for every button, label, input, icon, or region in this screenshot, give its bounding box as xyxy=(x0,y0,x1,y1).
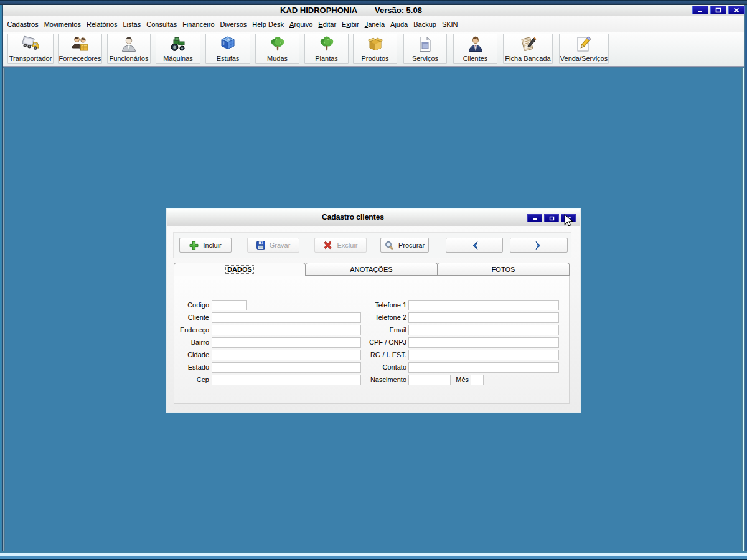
mdi-area-right-bevel xyxy=(741,68,744,551)
toolbar-button-label: Estufas xyxy=(217,54,240,63)
window-frame-top xyxy=(0,0,747,5)
toolbar-button-mudas[interactable]: Mudas xyxy=(255,34,299,64)
telefone-1-label: Telefone 1 xyxy=(332,300,406,310)
mdi-area-left-bevel xyxy=(3,68,5,551)
toolbar-button-m-quinas[interactable]: Máquinas xyxy=(156,34,200,64)
cliente-label: Cliente xyxy=(134,312,209,323)
menu-item-help-desk[interactable]: Help Desk xyxy=(250,17,287,32)
cpf-cnpj-input[interactable] xyxy=(408,337,559,348)
toolbar-button-label: Funcionários xyxy=(110,54,149,63)
toolbar-button-produtos[interactable]: Produtos xyxy=(353,34,397,64)
employee-icon xyxy=(120,35,138,55)
tab-label: DADOS xyxy=(226,266,253,273)
procurar-button[interactable]: Procurar xyxy=(380,238,429,253)
mes-input[interactable] xyxy=(471,375,484,385)
minimize-button[interactable] xyxy=(692,6,708,14)
dialog-maximize-button[interactable] xyxy=(544,214,559,222)
endere-o-label: Endereço xyxy=(134,325,209,335)
menu-item-backup[interactable]: Backup xyxy=(411,17,439,32)
nav-previous-button[interactable] xyxy=(446,238,503,253)
toolbar-separator3 xyxy=(3,67,744,68)
dialog-button-label: Excluir xyxy=(337,241,357,249)
dialog-button-label: Gravar xyxy=(270,241,291,249)
toolbar-button-label: Venda/Serviços xyxy=(560,54,608,63)
dialog-minimize-icon xyxy=(532,216,538,220)
suppliers-icon xyxy=(71,35,90,55)
dialog-cadastro-clientes: Cadastro clientes IncluirGravarExcluirPr… xyxy=(166,208,581,413)
toolbar-button-label: Plantas xyxy=(315,54,338,63)
dialog-titlebar[interactable]: Cadastro clientes xyxy=(167,209,580,226)
telefone-2-label: Telefone 2 xyxy=(332,312,406,323)
toolbar-button-transportador[interactable]: Transportador xyxy=(7,34,54,64)
dialog-maximize-icon xyxy=(549,216,555,221)
toolbar-button-label: Serviços xyxy=(412,54,438,63)
toolbar-button-plantas[interactable]: Plantas xyxy=(304,34,349,64)
menu-item-cadastros[interactable]: Cadastros xyxy=(4,17,41,32)
delete-icon xyxy=(323,241,332,250)
menu-item-consultas[interactable]: Consultas xyxy=(144,17,180,32)
nav-next-button[interactable] xyxy=(510,238,568,253)
window-controls xyxy=(692,5,745,15)
email-label: Email xyxy=(332,325,406,335)
plus-icon xyxy=(189,241,199,250)
menu-item-editar[interactable]: Editar xyxy=(316,17,339,32)
client-icon xyxy=(466,35,485,55)
chevron-right-icon xyxy=(535,241,543,250)
toolbar-button-estufas[interactable]: Estufas xyxy=(205,34,250,64)
toolbar-button-funcion-rios[interactable]: Funcionários xyxy=(107,34,151,64)
mouse-cursor xyxy=(564,214,574,228)
search-icon xyxy=(385,241,394,250)
dialog-minimize-button[interactable] xyxy=(527,214,542,222)
app-title: KAD HIDROPHONIA xyxy=(280,5,357,16)
close-button[interactable] xyxy=(728,6,745,14)
save-icon xyxy=(256,241,265,250)
telefone-1-input[interactable] xyxy=(408,300,559,310)
menu-item-arquivo[interactable]: Arquivo xyxy=(287,17,316,32)
cpf-cnpj-label: CPF / CNPJ xyxy=(332,337,406,348)
maximize-button[interactable] xyxy=(710,6,726,14)
menu-item-skin[interactable]: SKIN xyxy=(439,17,461,32)
telefone-2-input[interactable] xyxy=(408,312,559,323)
tab-strip: DADOSANOTAÇÕESFOTOS xyxy=(174,263,570,276)
menu-item-movimentos[interactable]: Movimentos xyxy=(41,17,83,32)
estado-label: Estado xyxy=(134,362,209,373)
menu-bar: CadastrosMovimentosRelatóriosListasConsu… xyxy=(3,16,744,32)
tab-anotações[interactable]: ANOTAÇÕES xyxy=(306,263,438,276)
codigo-input[interactable] xyxy=(212,300,247,310)
toolbar-button-ficha-bancada[interactable]: Ficha Bancada xyxy=(503,34,553,64)
toolbar-button-label: Ficha Bancada xyxy=(505,54,550,63)
chevron-left-icon xyxy=(471,241,479,250)
greenhouse-icon xyxy=(218,35,237,55)
rg-i-est--input[interactable] xyxy=(408,350,559,360)
gravar-button[interactable]: Gravar xyxy=(247,238,299,253)
toolbar-button-label: Fornecedores xyxy=(59,54,101,63)
menu-item-janela[interactable]: Janela xyxy=(362,17,387,32)
incluir-button[interactable]: Incluir xyxy=(179,238,232,253)
app-version: Versão: 5.08 xyxy=(375,5,422,16)
menu-item-listas[interactable]: Listas xyxy=(120,17,144,32)
tab-fotos[interactable]: FOTOS xyxy=(438,263,570,276)
contato-input[interactable] xyxy=(408,362,559,373)
toolbar-button-label: Clientes xyxy=(463,54,488,63)
toolbar-button-fornecedores[interactable]: Fornecedores xyxy=(58,34,102,64)
menu-item-financeiro[interactable]: Financeiro xyxy=(180,17,217,32)
toolbar-button-venda-servi-os[interactable]: Venda/Serviços xyxy=(559,34,609,64)
menu-item-ajuda[interactable]: Ajuda xyxy=(388,17,411,32)
menu-item-exibir[interactable]: Exibir xyxy=(339,17,362,32)
close-icon xyxy=(733,7,740,13)
window-frame-bottom xyxy=(0,551,747,560)
menu-item-relat-rios[interactable]: Relatórios xyxy=(83,17,120,32)
cep-label: Cep xyxy=(134,375,209,385)
toolbar-button-servi-os[interactable]: Serviços xyxy=(403,34,447,64)
tab-label: ANOTAÇÕES xyxy=(350,266,392,273)
toolbar-button-clientes[interactable]: Clientes xyxy=(453,34,497,64)
tab-label: FOTOS xyxy=(492,266,515,273)
tab-dados[interactable]: DADOS xyxy=(174,263,306,276)
rg-i-est--label: RG / I. EST. xyxy=(332,350,406,360)
plant-icon xyxy=(317,35,336,55)
dialog-button-label: Procurar xyxy=(398,241,425,249)
truck-icon xyxy=(21,35,40,55)
excluir-button[interactable]: Excluir xyxy=(314,238,367,253)
menu-item-diversos[interactable]: Diversos xyxy=(217,17,250,32)
email-input[interactable] xyxy=(408,325,559,335)
